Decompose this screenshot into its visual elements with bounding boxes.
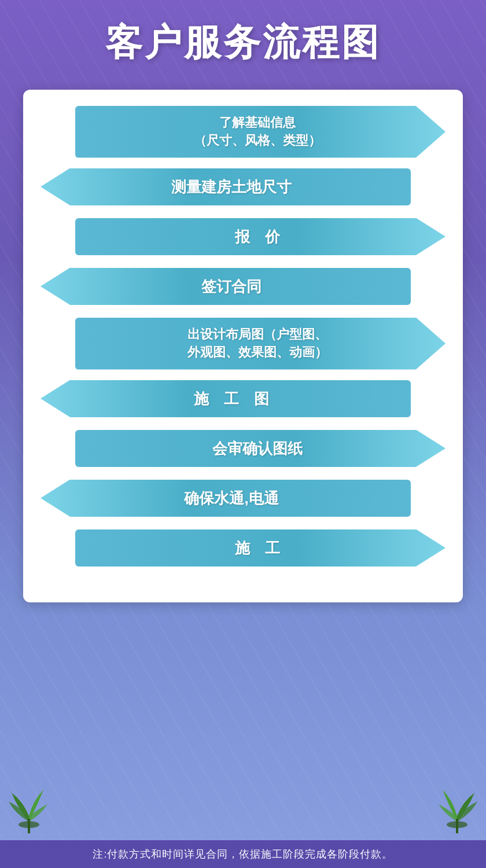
svg-rect-3 (456, 819, 458, 833)
step-bar-3: 3报 价 (75, 218, 446, 255)
step-label-2: 测量建房土地尺寸 (171, 176, 292, 197)
step-label-3: 报 价 (235, 226, 280, 247)
step-number-3: 3 (42, 222, 72, 252)
step-bar-4: 4签订合同 (41, 268, 411, 305)
step-row-7: 7会审确认图纸 (41, 430, 446, 469)
step-row-2: 2测量建房土地尺寸 (41, 168, 446, 208)
step-number-2: 2 (414, 172, 444, 202)
step-number-9: 9 (42, 533, 72, 563)
svg-rect-1 (28, 819, 30, 833)
step-label-1: 了解基础信息（尺寸、风格、类型） (194, 114, 321, 150)
step-row-6: 6施 工 图 (41, 380, 446, 420)
plant-right-decoration (434, 775, 480, 833)
page-title: 客户服务流程图 (0, 0, 486, 79)
step-number-5: 5 (42, 329, 72, 359)
step-bar-2: 2测量建房土地尺寸 (41, 168, 411, 205)
step-number-7: 7 (42, 433, 72, 464)
step-label-7: 会审确认图纸 (212, 438, 303, 459)
step-row-8: 8确保水通,电通 (41, 480, 446, 519)
step-bar-9: 9施 工 (75, 529, 446, 567)
step-row-9: 9施 工 (41, 529, 446, 569)
step-row-4: 4签订合同 (41, 268, 446, 307)
step-bar-7: 7会审确认图纸 (75, 430, 446, 467)
step-number-4: 4 (414, 271, 444, 301)
plant-left-decoration (6, 775, 52, 833)
step-bar-5: 5出设计布局图（户型图、外观图、效果图、动画） (75, 318, 446, 370)
step-label-4: 签订合同 (201, 276, 262, 297)
step-row-1: 1了解基础信息（尺寸、风格、类型） (41, 106, 446, 158)
footer-note: 注:付款方式和时间详见合同，依据施工阶段完成各阶段付款。 (0, 840, 486, 868)
step-number-6: 6 (414, 384, 444, 414)
step-number-1: 1 (42, 117, 72, 147)
step-bar-6: 6施 工 图 (41, 380, 411, 417)
step-number-8: 8 (414, 483, 444, 513)
step-label-9: 施 工 (235, 538, 280, 558)
step-label-8: 确保水通,电通 (184, 488, 278, 509)
step-row-5: 5出设计布局图（户型图、外观图、效果图、动画） (41, 318, 446, 370)
step-bar-1: 1了解基础信息（尺寸、风格、类型） (75, 106, 446, 158)
step-label-6: 施 工 图 (194, 388, 269, 409)
step-row-3: 3报 价 (41, 218, 446, 258)
step-bar-8: 8确保水通,电通 (41, 480, 411, 517)
step-label-5: 出设计布局图（户型图、外观图、效果图、动画） (187, 326, 327, 362)
flow-card: 1了解基础信息（尺寸、风格、类型）2测量建房土地尺寸3报 价4签订合同5出设计布… (23, 90, 463, 602)
